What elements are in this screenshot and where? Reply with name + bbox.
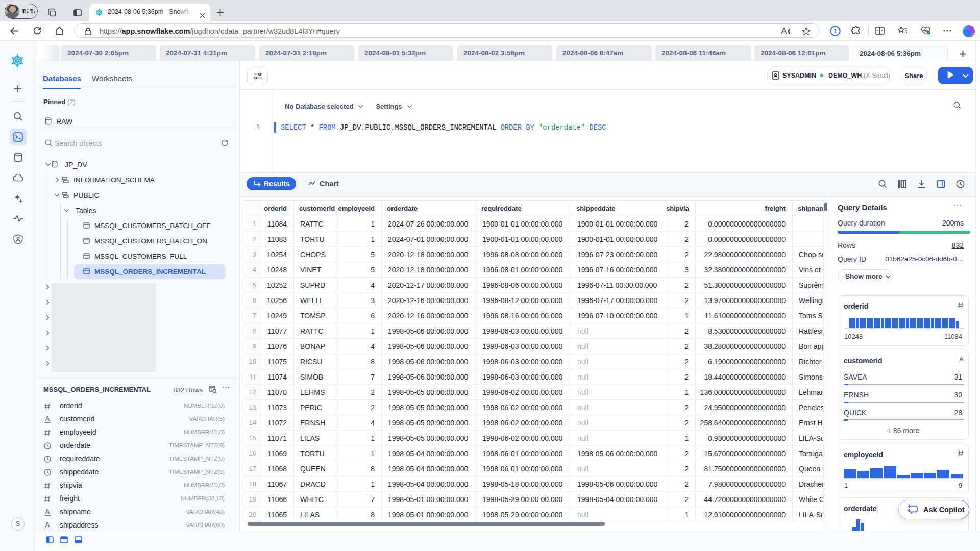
svg-text:1: 1 [834, 28, 837, 35]
